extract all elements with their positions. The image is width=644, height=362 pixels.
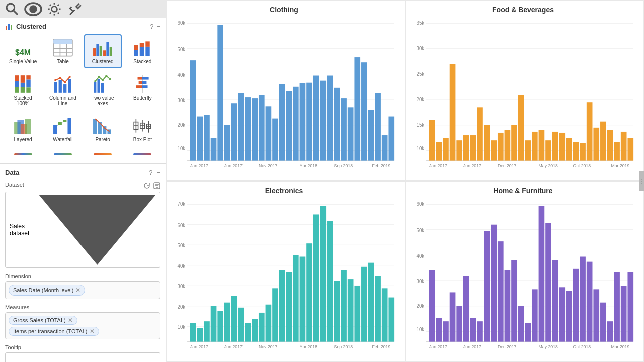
- svg-rect-265: [539, 206, 545, 341]
- svg-rect-118: [313, 76, 319, 161]
- svg-point-50: [105, 75, 107, 77]
- svg-rect-164: [532, 132, 538, 161]
- svg-rect-116: [300, 83, 306, 161]
- svg-rect-217: [306, 243, 312, 341]
- chart-title-furniture: Home & Furniture: [411, 187, 635, 195]
- pareto-label: Pareto: [95, 137, 110, 142]
- data-collapse-btn[interactable]: −: [156, 169, 160, 176]
- svg-text:40k: 40k: [417, 253, 425, 258]
- svg-rect-30: [20, 75, 24, 83]
- filter-icon[interactable]: [153, 182, 160, 189]
- svg-rect-210: [259, 313, 265, 342]
- svg-rect-24: [140, 47, 144, 56]
- tools-toolbar-btn[interactable]: [65, 2, 86, 16]
- svg-text:50k: 50k: [417, 228, 425, 233]
- chart-title-electronics: Electronics: [172, 187, 396, 195]
- svg-rect-150: [436, 142, 442, 160]
- svg-rect-151: [443, 138, 449, 161]
- two-value-label: Two value axes: [87, 95, 119, 106]
- measures-pill-1[interactable]: Items per transaction (TOTAL) ✕: [9, 327, 99, 336]
- chart-type-single-value[interactable]: $4M Single Value: [4, 34, 42, 68]
- chart-type-column-line[interactable]: Column and Line: [44, 70, 82, 110]
- chart-section-label: Clustered: [16, 23, 46, 30]
- svg-text:May 2018: May 2018: [539, 344, 558, 349]
- chart-type-stacked100[interactable]: Stacked 100%: [4, 70, 42, 110]
- svg-rect-63: [53, 125, 57, 134]
- svg-rect-109: [252, 98, 258, 161]
- svg-text:Jun 2017: Jun 2017: [463, 163, 481, 168]
- chart-type-box-plot[interactable]: Box Plot: [124, 112, 162, 146]
- measures-pill-remove-1[interactable]: ✕: [90, 328, 95, 334]
- svg-rect-270: [573, 269, 579, 342]
- svg-point-40: [54, 79, 56, 81]
- svg-rect-168: [559, 133, 565, 161]
- top-toolbar: [0, 0, 166, 18]
- chart-type-clustered[interactable]: Clustered: [84, 34, 122, 68]
- svg-rect-256: [477, 321, 483, 342]
- eye-toolbar-btn[interactable]: [23, 2, 43, 16]
- chart-type-extra4[interactable]: [124, 149, 162, 159]
- svg-text:15k: 15k: [417, 122, 425, 128]
- left-panel: Clustered ? − $4M Single Value: [0, 0, 166, 362]
- svg-rect-7: [11, 25, 12, 30]
- chart-type-layered[interactable]: Layered: [4, 112, 42, 146]
- svg-rect-127: [375, 93, 381, 161]
- svg-text:Sep 2018: Sep 2018: [334, 163, 353, 168]
- dataset-label: Dataset: [5, 182, 24, 188]
- data-help-btn[interactable]: ?: [149, 169, 152, 176]
- svg-rect-54: [142, 77, 149, 79]
- svg-rect-214: [286, 272, 292, 342]
- svg-rect-149: [429, 120, 435, 161]
- chart-type-two-value[interactable]: Two value axes: [84, 70, 122, 110]
- svg-text:Dec 2017: Dec 2017: [498, 163, 516, 168]
- stacked100-icon: [13, 74, 33, 94]
- layered-icon: [13, 116, 33, 135]
- svg-rect-254: [463, 276, 469, 342]
- settings-toolbar-btn[interactable]: [44, 2, 64, 16]
- svg-point-48: [98, 76, 100, 78]
- svg-rect-106: [231, 103, 237, 160]
- svg-text:Feb 2019: Feb 2019: [372, 163, 390, 168]
- svg-rect-216: [300, 257, 306, 342]
- svg-rect-35: [26, 87, 30, 92]
- dimension-pill-0[interactable]: Sales Date (Month level) ✕: [9, 285, 85, 296]
- chart-type-stacked[interactable]: Stacked: [124, 34, 162, 68]
- chart-type-extra2[interactable]: [44, 149, 82, 159]
- svg-rect-258: [491, 225, 497, 342]
- chart-type-waterfall[interactable]: Waterfall: [44, 112, 82, 146]
- single-value-label: Single Value: [9, 59, 37, 64]
- dimension-pill-remove-0[interactable]: ✕: [75, 287, 80, 293]
- chart-type-extra1[interactable]: [4, 149, 42, 159]
- svg-text:Apr 2018: Apr 2018: [300, 163, 317, 168]
- butterfly-icon: [132, 74, 152, 94]
- svg-rect-208: [245, 323, 251, 341]
- svg-rect-165: [539, 130, 545, 161]
- chart-type-butterfly[interactable]: Butterfly: [124, 70, 162, 110]
- svg-rect-273: [593, 289, 599, 341]
- svg-rect-22: [134, 50, 138, 56]
- dataset-dropdown[interactable]: Sales dataset: [5, 192, 160, 268]
- measures-pill-label-1: Items per transaction (TOTAL): [13, 328, 88, 334]
- svg-rect-173: [593, 128, 599, 161]
- box-plot-label: Box Plot: [133, 137, 152, 142]
- svg-rect-213: [279, 270, 285, 342]
- chart-type-pareto[interactable]: Pareto: [84, 112, 122, 146]
- chart-help-btn[interactable]: ?: [150, 23, 153, 30]
- chart-type-table[interactable]: Table: [44, 34, 82, 68]
- svg-rect-271: [580, 257, 586, 342]
- panel-resizer[interactable]: ⋮: [639, 171, 644, 191]
- svg-rect-200: [190, 323, 196, 341]
- measures-pill-0[interactable]: Gross Sales (TOTAL) ✕: [9, 316, 77, 325]
- svg-rect-205: [224, 303, 230, 342]
- svg-rect-28: [15, 81, 19, 87]
- refresh-icon[interactable]: [143, 182, 150, 189]
- svg-rect-128: [382, 135, 388, 161]
- svg-rect-171: [580, 143, 586, 160]
- measures-pill-remove-0[interactable]: ✕: [68, 317, 73, 323]
- chart-type-extra3[interactable]: [84, 149, 122, 159]
- svg-rect-226: [368, 263, 374, 342]
- chart-svg-electronics: 70k 60k 50k 40k 30k 20k 10k: [172, 197, 396, 354]
- search-toolbar-btn[interactable]: [2, 2, 22, 16]
- tooltip-input[interactable]: [5, 352, 160, 362]
- chart-collapse-btn[interactable]: −: [156, 23, 160, 30]
